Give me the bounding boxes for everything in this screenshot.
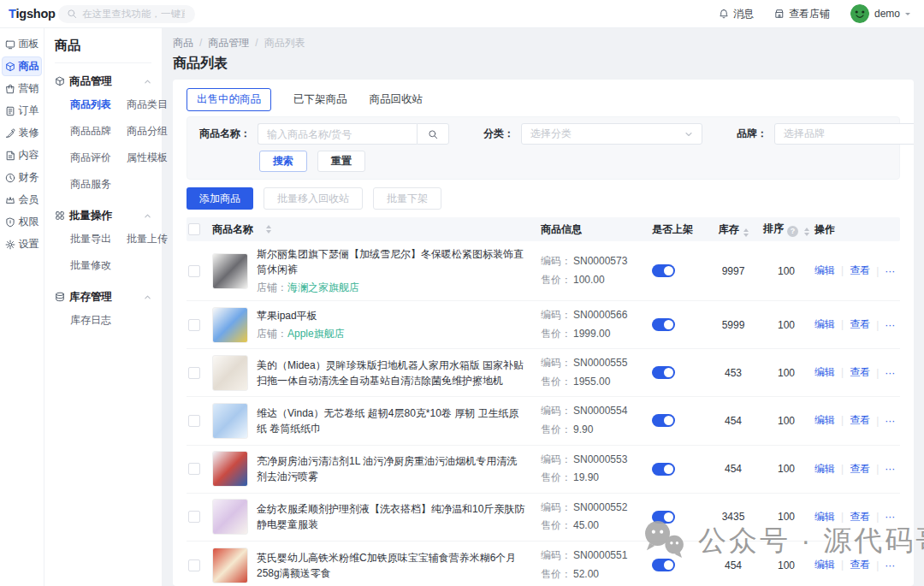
sort-value: 100 bbox=[758, 319, 814, 331]
on-sale-toggle[interactable] bbox=[652, 318, 675, 331]
chevron-up-icon bbox=[144, 293, 151, 301]
add-goods-button[interactable]: 添加商品 bbox=[187, 187, 253, 210]
nav-item-marketing[interactable]: 营销 bbox=[2, 79, 42, 98]
menu-group-goods-manage: 商品管理商品列表商品类目商品品牌商品分组商品评价属性模板商品服务 bbox=[55, 73, 151, 198]
more-link[interactable]: ··· bbox=[870, 367, 895, 379]
row-checkbox[interactable] bbox=[188, 559, 200, 571]
edit-link[interactable]: 编辑 bbox=[814, 365, 835, 380]
edit-link[interactable]: 编辑 bbox=[814, 263, 835, 278]
more-link[interactable]: ··· bbox=[870, 265, 895, 277]
batch-recycle-button[interactable]: 批量移入回收站 bbox=[264, 187, 363, 210]
on-sale-toggle[interactable] bbox=[652, 463, 675, 476]
breadcrumb-item[interactable]: 商品 bbox=[173, 37, 208, 49]
more-link[interactable]: ··· bbox=[870, 415, 895, 427]
topbar: Tigshop 消息 查看店铺 demo bbox=[0, 0, 924, 28]
menu-item[interactable]: 商品评价 bbox=[55, 145, 111, 171]
table-row: 斯尔丽集团旗下瑟俪【加绒雪尼尔】冬保暖松紧图标装饰直筒休闲裤 店铺：海澜之家旗舰… bbox=[187, 241, 900, 301]
view-link[interactable]: 查看 bbox=[835, 317, 870, 332]
sort-icon[interactable] bbox=[266, 225, 271, 234]
batch-offsale-button[interactable]: 批量下架 bbox=[373, 187, 441, 210]
nav-item-content[interactable]: 内容 bbox=[2, 145, 42, 165]
nav-item-settings[interactable]: 设置 bbox=[2, 234, 42, 254]
more-link[interactable]: ··· bbox=[870, 559, 895, 571]
edit-link[interactable]: 编辑 bbox=[814, 510, 835, 524]
nav-item-members[interactable]: 会员 bbox=[2, 190, 42, 210]
menu-item[interactable]: 批量导出 bbox=[55, 226, 111, 252]
menu-item[interactable]: 商品列表 bbox=[55, 92, 111, 118]
code-label: 编码： bbox=[541, 405, 572, 417]
on-sale-toggle[interactable] bbox=[652, 511, 675, 524]
nav-item-dashboard[interactable]: 面板 bbox=[2, 34, 42, 54]
tab[interactable]: 出售中的商品 bbox=[187, 88, 271, 111]
nav-item-orders[interactable]: 订单 bbox=[2, 101, 42, 121]
view-link[interactable]: 查看 bbox=[835, 365, 870, 380]
row-checkbox[interactable] bbox=[188, 265, 200, 277]
product-price: 1999.00 bbox=[573, 328, 610, 340]
row-checkbox[interactable] bbox=[188, 415, 200, 427]
shop-link[interactable]: Apple旗舰店 bbox=[287, 328, 345, 340]
nav-item-permissions[interactable]: 权限 bbox=[2, 212, 42, 232]
global-search-input[interactable] bbox=[82, 9, 185, 19]
nav-item-decorate[interactable]: 装修 bbox=[2, 123, 42, 143]
menu-item[interactable]: 批量上传 bbox=[111, 226, 168, 252]
menu-item[interactable]: 商品服务 bbox=[55, 171, 111, 198]
row-checkbox[interactable] bbox=[188, 463, 200, 475]
product-info: 编码：SN0000553 售价：19.90 bbox=[541, 451, 652, 488]
product-price: 45.00 bbox=[573, 519, 599, 531]
menu-group-header[interactable]: 商品管理 bbox=[55, 73, 151, 90]
row-checkbox[interactable] bbox=[188, 367, 200, 379]
global-search[interactable] bbox=[58, 5, 195, 23]
goods-name-input[interactable] bbox=[258, 123, 417, 145]
menu-group-header[interactable]: 库存管理 bbox=[55, 288, 151, 305]
view-shop-link[interactable]: 查看店铺 bbox=[774, 7, 830, 21]
menu-item[interactable]: 商品类目 bbox=[111, 92, 168, 118]
menu-item[interactable]: 商品品牌 bbox=[55, 118, 111, 145]
view-link[interactable]: 查看 bbox=[835, 462, 870, 476]
edit-link[interactable]: 编辑 bbox=[814, 558, 835, 572]
on-sale-toggle[interactable] bbox=[652, 414, 675, 427]
view-link[interactable]: 查看 bbox=[835, 263, 870, 278]
sort-value: 100 bbox=[758, 463, 814, 475]
row-actions: 编辑 查看 ··· bbox=[814, 365, 900, 380]
more-link[interactable]: ··· bbox=[870, 319, 895, 331]
category-select[interactable]: 选择分类 bbox=[521, 123, 702, 145]
reset-button[interactable]: 重置 bbox=[317, 151, 365, 172]
shop-link[interactable]: 海澜之家旗舰店 bbox=[287, 281, 359, 293]
on-sale-toggle[interactable] bbox=[652, 366, 675, 379]
edit-link[interactable]: 编辑 bbox=[814, 462, 835, 476]
row-checkbox[interactable] bbox=[188, 511, 200, 523]
breadcrumb-item[interactable]: 商品管理 bbox=[208, 37, 264, 49]
nav-item-finance[interactable]: 财务 bbox=[2, 168, 42, 187]
menu-group-header[interactable]: 批量操作 bbox=[55, 207, 151, 224]
name-search-button[interactable] bbox=[417, 123, 449, 145]
view-link[interactable]: 查看 bbox=[835, 413, 870, 428]
more-link[interactable]: ··· bbox=[870, 511, 895, 523]
tab[interactable]: 已下架商品 bbox=[293, 92, 347, 107]
more-link[interactable]: ··· bbox=[870, 463, 895, 475]
menu-item[interactable]: 商品分组 bbox=[111, 118, 168, 145]
menu-item[interactable]: 库存日志 bbox=[55, 307, 111, 334]
user-menu[interactable]: demo bbox=[850, 4, 910, 23]
view-link[interactable]: 查看 bbox=[835, 558, 870, 572]
stock-value: 5999 bbox=[708, 319, 758, 331]
row-checkbox[interactable] bbox=[188, 319, 200, 331]
sort-icon[interactable] bbox=[743, 228, 749, 237]
product-image bbox=[212, 548, 248, 583]
select-all-checkbox[interactable] bbox=[188, 223, 200, 235]
edit-link[interactable]: 编辑 bbox=[814, 317, 835, 332]
search-button[interactable]: 搜索 bbox=[259, 151, 307, 172]
menu-item[interactable]: 属性模板 bbox=[111, 145, 168, 171]
on-sale-toggle[interactable] bbox=[652, 559, 675, 571]
messages-label: 消息 bbox=[733, 7, 754, 21]
nav-item-label: 装修 bbox=[19, 126, 39, 140]
stock-value: 9997 bbox=[708, 265, 758, 277]
on-sale-toggle[interactable] bbox=[652, 264, 675, 277]
tab[interactable]: 商品回收站 bbox=[370, 92, 424, 107]
brand-select[interactable]: 选择品牌 bbox=[774, 123, 914, 145]
messages-link[interactable]: 消息 bbox=[719, 7, 754, 21]
menu-item[interactable]: 批量修改 bbox=[55, 252, 111, 279]
view-link[interactable]: 查看 bbox=[835, 510, 870, 524]
sort-icon[interactable] bbox=[804, 228, 809, 236]
edit-link[interactable]: 编辑 bbox=[814, 413, 835, 428]
nav-item-goods[interactable]: 商品 bbox=[2, 56, 42, 76]
